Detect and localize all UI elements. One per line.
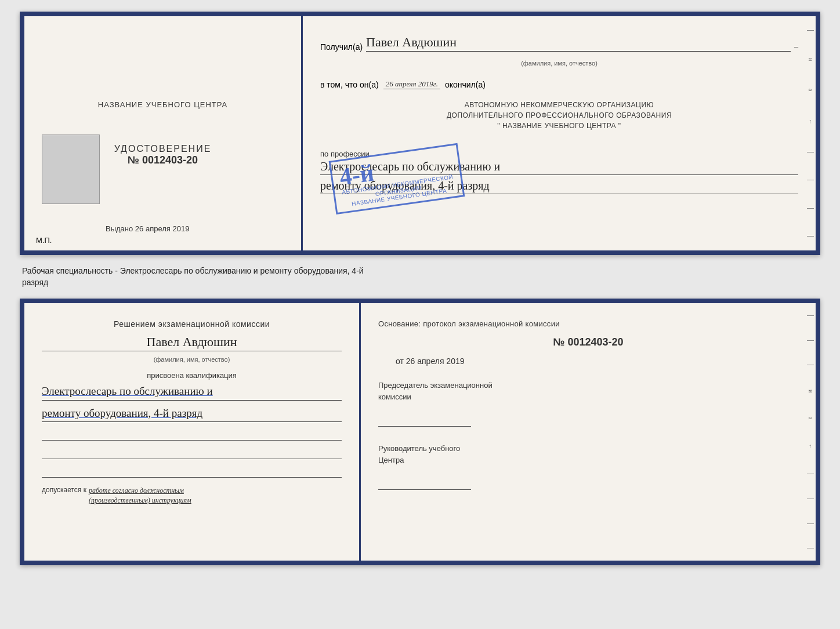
po-professii-label: по профессии — [320, 150, 798, 158]
b-side-dash-5 — [807, 499, 814, 499]
b-side-letter-i: и — [808, 390, 814, 392]
completion-date: 26 апреля 2019г. — [383, 79, 440, 89]
blank-line-3 — [42, 466, 342, 478]
org-block: АВТОНОМНУЮ НЕКОММЕРЧЕСКУЮ ОРГАНИЗАЦИЮ ДО… — [320, 100, 798, 131]
mp-label: М.П. — [36, 236, 52, 245]
blank-line-1 — [42, 429, 342, 441]
side-letter-i: и — [808, 58, 814, 61]
bottom-document: Решением экзаменационной комиссии Павел … — [20, 299, 820, 565]
side-dash-1 — [807, 30, 814, 31]
b-side-dash-7 — [807, 548, 814, 548]
side-letter-k: ← — [808, 119, 814, 125]
prisvoena-label: присвоена квалификация — [42, 371, 342, 380]
caption-text: Рабочая специальность - Электрослесарь п… — [20, 266, 820, 288]
side-dash-5 — [807, 236, 814, 237]
udostoverenie-block: УДОСТОВЕРЕНИЕ № 0012403-20 — [114, 144, 212, 166]
side-dashes: и а ← — [805, 16, 816, 250]
top-document: НАЗВАНИЕ УЧЕБНОГО ЦЕНТРА УДОСТОВЕРЕНИЕ №… — [20, 12, 820, 255]
vydano-line: Выдано 26 апреля 2019 — [106, 224, 189, 233]
resheniem-label: Решением экзаменационной комиссии — [42, 319, 342, 329]
qual-line1: Электрослесарь по обслуживанию и — [42, 383, 342, 401]
protocol-number: № 0012403-20 — [378, 336, 798, 348]
top-doc-left: НАЗВАНИЕ УЧЕБНОГО ЦЕНТРА УДОСТОВЕРЕНИЕ №… — [24, 16, 303, 250]
predsedatel-label: Председатель экзаменационной комиссии — [378, 380, 798, 402]
bottom-name: Павел Авдюшин — [42, 335, 342, 351]
bottom-side-dashes: и а ← — [805, 303, 816, 561]
top-doc-right: Получил(а) Павел Авдюшин – (фамилия, имя… — [303, 16, 816, 250]
side-dash-4 — [807, 208, 814, 209]
udostoverenie-label: УДОСТОВЕРЕНИЕ — [114, 144, 212, 154]
b-side-dash-2 — [807, 340, 814, 341]
b-side-dash-6 — [807, 523, 814, 524]
profession-block: по профессии Электрослесарь по обслужива… — [320, 146, 798, 194]
rukovoditel-signature — [378, 478, 471, 490]
blank-line-2 — [42, 448, 342, 459]
org-line2: ДОПОЛНИТЕЛЬНОГО ПРОФЕССИОНАЛЬНОГО ОБРАЗО… — [320, 110, 798, 121]
dopuskaetsya-row: допускается к работе согласно должностны… — [42, 486, 342, 506]
bottom-doc-right: Основание: протокол экзаменационной коми… — [361, 303, 816, 561]
b-side-dash-4 — [807, 474, 814, 474]
profession-line1: Электрослесарь по обслуживанию и — [320, 158, 798, 175]
dopuskaetsya-label: допускается к — [42, 486, 86, 494]
poluchil-label: Получил(а) — [320, 42, 363, 52]
side-letter-a: а — [808, 89, 814, 91]
predsedatel-signature — [378, 415, 471, 427]
bottom-doc-left: Решением экзаменационной комиссии Павел … — [24, 303, 361, 561]
udostoverenie-number: № 0012403-20 — [114, 154, 212, 166]
b-side-dash-3 — [807, 365, 814, 365]
qual-line2: ремонту оборудования, 4-й разряд — [42, 405, 342, 423]
org-name: " НАЗВАНИЕ УЧЕБНОГО ЦЕНТРА " — [320, 121, 798, 131]
side-dash-3 — [807, 180, 814, 180]
training-center-title: НАЗВАНИЕ УЧЕБНОГО ЦЕНТРА — [98, 100, 227, 109]
rukovoditel-label: Руководитель учебного Центра — [378, 443, 798, 466]
dash: – — [794, 42, 798, 52]
profession-line2: ремонту оборудования, 4-й разряд — [320, 177, 798, 194]
ot-date: от 26 апреля 2019 — [396, 357, 798, 366]
recipient-name: Павел Авдюшин — [366, 35, 791, 52]
b-side-dash-1 — [807, 315, 814, 316]
osnovanie-label: Основание: протокол экзаменационной коми… — [378, 319, 798, 328]
vtom-label: в том, что он(а) — [320, 80, 379, 89]
b-side-letter-a: а — [808, 417, 814, 419]
dopuskaetsya-text: работе согласно должностным (производств… — [89, 486, 191, 506]
org-line1: АВТОНОМНУЮ НЕКОММЕРЧЕСКУЮ ОРГАНИЗАЦИЮ — [320, 100, 798, 110]
b-side-letter-k: ← — [808, 443, 814, 449]
photo-placeholder — [42, 134, 100, 204]
name-subtitle-top: (фамилия, имя, отчество) — [320, 60, 798, 67]
bottom-name-subtitle: (фамилия, имя, отчество) — [42, 356, 342, 363]
side-dash-2 — [807, 152, 814, 152]
vtom-row: в том, что он(а) 26 апреля 2019г. окончи… — [320, 79, 798, 89]
okonchil-label: окончил(а) — [445, 80, 486, 89]
